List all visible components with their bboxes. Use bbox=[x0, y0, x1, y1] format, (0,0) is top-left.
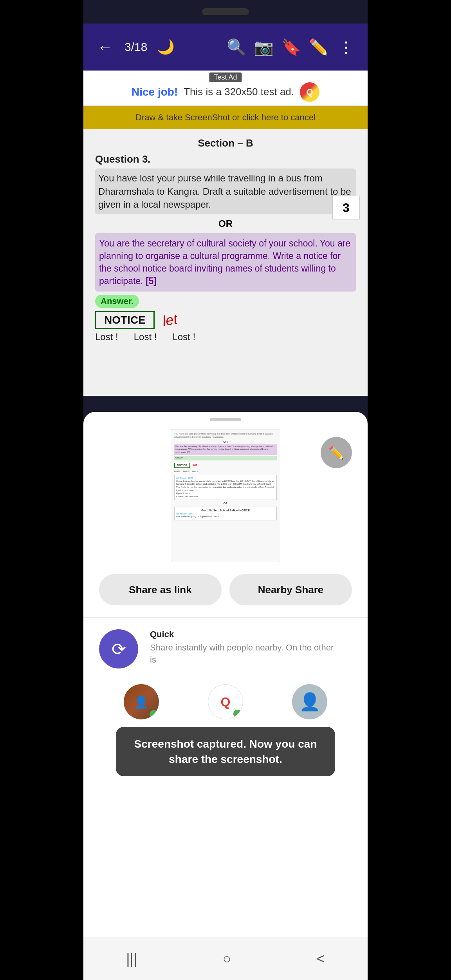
share-panel: You have lost your purse while travellin… bbox=[83, 412, 368, 980]
ad-nice-job: Nice job! bbox=[132, 86, 178, 98]
share-buttons-row: Share as link Nearby Share bbox=[83, 574, 368, 605]
quick-share-description: Share instantly with people nearby. On t… bbox=[150, 642, 352, 654]
marks: [5] bbox=[146, 276, 157, 286]
quick-share-text: Quick Share instantly with people nearby… bbox=[150, 629, 352, 666]
camera-icon[interactable]: 📷 bbox=[254, 38, 274, 56]
more-menu-icon[interactable]: ⋮ bbox=[336, 38, 356, 56]
question-text: You have lost your purse while travellin… bbox=[95, 168, 356, 214]
back-nav-button[interactable]: < bbox=[309, 947, 333, 971]
edit-icon[interactable]: ✏️ bbox=[309, 38, 328, 56]
ad-banner: Test Ad Nice job! This is a 320x50 test … bbox=[83, 71, 368, 106]
ad-content: Nice job! This is a 320x50 test ad. Q bbox=[132, 82, 319, 102]
lost-item-1: Lost ! bbox=[95, 331, 118, 342]
share-as-link-button[interactable]: Share as link bbox=[99, 574, 222, 605]
screenshot-thumb-container: You have lost your purse while travellin… bbox=[83, 429, 368, 562]
back-button[interactable]: ← bbox=[95, 38, 115, 56]
handwriting-annotation: let bbox=[161, 311, 179, 330]
notice-row: NOTICE let bbox=[95, 311, 356, 329]
ad-logo: Q bbox=[300, 82, 319, 102]
question-mark-box: 3 bbox=[332, 196, 360, 219]
quick-share-description-cont: is bbox=[150, 654, 352, 666]
app-item-person[interactable]: 👤 bbox=[292, 684, 327, 722]
ad-label: Test Ad bbox=[209, 72, 242, 82]
pencil-icon: ✏️ bbox=[328, 445, 344, 460]
screenshot-thumbnail: You have lost your purse while travellin… bbox=[171, 429, 280, 562]
system-nav-bar: ||| ○ < bbox=[83, 937, 368, 980]
person-silhouette-icon: 👤 bbox=[299, 692, 321, 712]
question-number-label: Question 3. bbox=[95, 153, 356, 165]
lost-item-2: Lost ! bbox=[134, 331, 157, 342]
recent-apps-button[interactable]: ||| bbox=[118, 947, 145, 971]
badge-green-q bbox=[233, 710, 242, 718]
purple-question: You are the secretary of cultural societ… bbox=[95, 233, 356, 292]
notice-box: NOTICE bbox=[95, 311, 155, 329]
status-pill bbox=[202, 8, 249, 15]
nearby-share-button[interactable]: Nearby Share bbox=[229, 574, 352, 605]
page-count: 3/18 bbox=[124, 40, 147, 54]
app-item-photo[interactable]: 👤 bbox=[124, 684, 159, 722]
quick-share-section: ⟳ Quick Share instantly with people near… bbox=[83, 629, 368, 668]
document-content: Section – B Question 3. You have lost yo… bbox=[83, 129, 368, 396]
home-button[interactable]: ○ bbox=[215, 947, 239, 971]
top-nav: ← 3/18 🌙 🔍 📷 🔖 ✏️ ⋮ bbox=[83, 24, 368, 71]
panel-handle bbox=[210, 418, 241, 421]
circular-arrows-icon: ⟳ bbox=[112, 639, 126, 659]
search-icon[interactable]: 🔍 bbox=[227, 38, 246, 56]
ad-text: This is a 320x50 test ad. bbox=[184, 86, 294, 98]
edit-fab-button[interactable]: ✏️ bbox=[321, 437, 352, 468]
answer-label: Answer. bbox=[95, 295, 139, 308]
quick-share-title: Quick bbox=[150, 629, 352, 639]
screenshot-bar-text: Draw & take ScreenShot or click here to … bbox=[135, 112, 316, 123]
section-header: Section – B bbox=[95, 137, 356, 149]
app-item-q[interactable]: Q bbox=[208, 684, 243, 722]
quick-share-icon[interactable]: ⟳ bbox=[99, 629, 138, 668]
bookmark-icon[interactable]: 🔖 bbox=[281, 38, 301, 56]
lost-row: Lost ! Lost ! Lost ! bbox=[95, 331, 356, 342]
q-logo-text: Q bbox=[221, 695, 231, 709]
photo-app-icon: 👤 bbox=[124, 684, 159, 719]
share-divider bbox=[83, 617, 368, 618]
badge-green bbox=[150, 710, 158, 719]
lost-item-3: Lost ! bbox=[172, 331, 195, 342]
moon-icon[interactable]: 🌙 bbox=[157, 39, 175, 55]
toast-text: Screenshot captured. Now you can share t… bbox=[134, 738, 317, 765]
device-frame: ← 3/18 🌙 🔍 📷 🔖 ✏️ ⋮ Test Ad Nice job! Th… bbox=[83, 0, 368, 980]
toast-notification: Screenshot captured. Now you can share t… bbox=[116, 727, 335, 776]
or-divider: OR bbox=[95, 218, 356, 229]
q-app-icon: Q bbox=[208, 684, 243, 719]
app-row: 👤 Q 👤 bbox=[83, 680, 368, 726]
person-app-icon: 👤 bbox=[292, 684, 327, 719]
status-bar bbox=[83, 0, 368, 24]
screenshot-bar[interactable]: Draw & take ScreenShot or click here to … bbox=[83, 106, 368, 129]
